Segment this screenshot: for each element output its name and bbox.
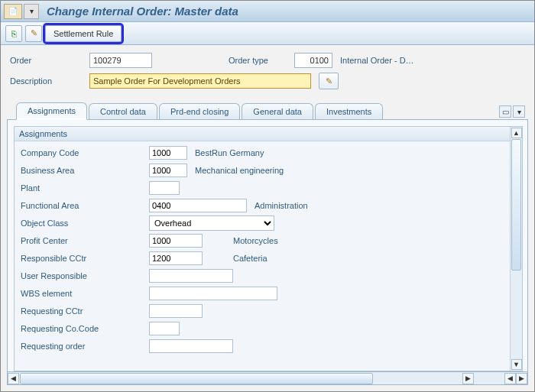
requesting-cctr-label: Requesting CCtr: [18, 306, 149, 316]
section-title: Assignments: [15, 127, 510, 141]
order-type-input[interactable]: [294, 53, 332, 68]
settlement-rule-button[interactable]: Settlement Rule: [45, 25, 122, 42]
menu-dropdown-icon[interactable]: ▾: [24, 4, 39, 19]
horizontal-scrollbar[interactable]: ◀ ▶ ◀ ▶: [7, 372, 528, 385]
object-class-select[interactable]: Overhead: [149, 215, 274, 231]
vscroll-thumb[interactable]: [511, 139, 521, 271]
hscroll-thumb[interactable]: [20, 373, 373, 384]
plant-input[interactable]: [149, 181, 180, 195]
document-new-icon: ⎘: [11, 29, 17, 38]
tab-assignments[interactable]: Assignments: [16, 102, 87, 120]
app-window: 📄 ▾ Change Internal Order: Master data ⎘…: [0, 0, 535, 392]
tab-strip: Assignments Control data Prd-end closing…: [1, 102, 534, 119]
business-area-text: Mechanical engineering: [195, 166, 284, 175]
toolbar-action-2[interactable]: ✎: [25, 25, 42, 42]
company-code-text: BestRun Germany: [195, 148, 264, 157]
edit-description-button[interactable]: ✎: [319, 73, 339, 89]
app-icon[interactable]: 📄: [4, 4, 22, 19]
profit-center-input[interactable]: [149, 234, 203, 248]
requesting-order-input[interactable]: [149, 339, 233, 353]
order-input[interactable]: [89, 53, 152, 68]
scroll-up-icon[interactable]: ▲: [511, 128, 522, 138]
requesting-order-label: Requesting order: [18, 342, 149, 351]
business-area-input[interactable]: [149, 164, 187, 177]
toolbar-action-1[interactable]: ⎘: [5, 25, 22, 42]
functional-area-label: Functional Area: [18, 201, 149, 210]
requesting-cocode-input[interactable]: [149, 322, 180, 335]
tab-general-data[interactable]: General data: [242, 103, 313, 120]
tab-dropdown-button[interactable]: ▾: [513, 105, 525, 118]
scroll-left-icon-2[interactable]: ◀: [504, 373, 516, 384]
plant-label: Plant: [18, 183, 149, 193]
assignments-section: Assignments Company Code BestRun Germany…: [14, 126, 523, 371]
wbs-element-label: WBS element: [18, 289, 149, 298]
description-input[interactable]: [89, 73, 311, 89]
responsible-cctr-input[interactable]: [149, 251, 203, 265]
order-label: Order: [10, 56, 89, 65]
scroll-left-icon[interactable]: ◀: [8, 373, 19, 384]
header-area: Order Order type Internal Order - D… Des…: [1, 45, 534, 100]
wbs-element-input[interactable]: [149, 287, 277, 300]
edit-icon: ✎: [31, 28, 37, 38]
tab-more-button[interactable]: ▭: [499, 105, 511, 118]
tab-prd-end-closing[interactable]: Prd-end closing: [159, 103, 240, 120]
company-code-label: Company Code: [18, 148, 149, 157]
company-code-input[interactable]: [149, 146, 187, 160]
settlement-rule-label: Settlement Rule: [54, 29, 113, 38]
profit-center-label: Profit Center: [18, 236, 149, 245]
vertical-scrollbar[interactable]: ▲ ▼: [510, 127, 522, 371]
scroll-right-icon-2[interactable]: ▶: [516, 373, 527, 384]
order-type-text: Internal Order - D…: [340, 56, 414, 65]
tab-panel: Assignments Company Code BestRun Germany…: [7, 119, 528, 372]
user-responsible-label: User Responsible: [18, 271, 149, 280]
tab-investments[interactable]: Investments: [315, 103, 383, 120]
functional-area-text: Administration: [255, 201, 308, 210]
requesting-cctr-input[interactable]: [149, 304, 203, 318]
profit-center-text: Motorcycles: [233, 236, 278, 245]
user-responsible-input[interactable]: [149, 269, 233, 283]
object-class-label: Object Class: [18, 219, 149, 228]
pencil-icon: ✎: [326, 76, 332, 86]
scroll-down-icon[interactable]: ▼: [511, 359, 522, 370]
scroll-right-icon[interactable]: ▶: [462, 373, 474, 384]
tab-control-data[interactable]: Control data: [89, 103, 157, 120]
description-label: Description: [10, 76, 89, 86]
order-type-label: Order type: [229, 56, 294, 65]
functional-area-input[interactable]: [149, 199, 247, 212]
requesting-cocode-label: Requesting Co.Code: [18, 324, 149, 333]
responsible-cctr-label: Responsible CCtr: [18, 254, 149, 263]
toolbar: ⎘ ✎ Settlement Rule: [1, 22, 534, 45]
responsible-cctr-text: Cafeteria: [233, 254, 268, 263]
vscroll-track[interactable]: [511, 139, 522, 358]
page-title: Change Internal Order: Master data: [47, 5, 238, 18]
form-scroll-area: Assignments Company Code BestRun Germany…: [15, 127, 510, 371]
business-area-label: Business Area: [18, 166, 149, 175]
title-bar: 📄 ▾ Change Internal Order: Master data: [1, 1, 534, 22]
hscroll-track[interactable]: [20, 373, 462, 384]
